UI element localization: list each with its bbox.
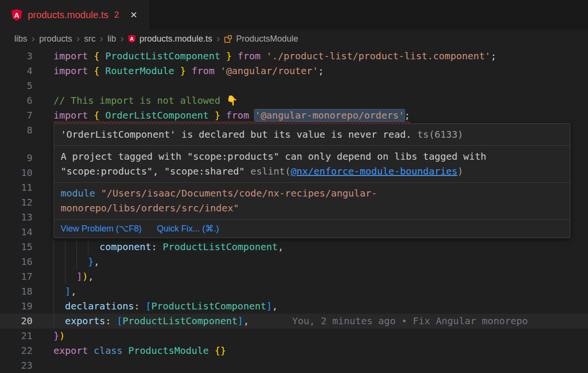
line-number[interactable]: 12 <box>0 195 32 210</box>
line-number[interactable]: 22 <box>0 343 32 358</box>
editor: 3import { ProductListComponent } from '.… <box>0 48 588 373</box>
hover-line: A project tagged with "scope:products" c… <box>61 149 563 164</box>
tab-products-module-ts[interactable]: products.module.ts 2 × <box>0 0 149 30</box>
line-content: import { ProductListComponent } from './… <box>53 49 496 64</box>
code-token: "/Users/isaac/Documents/code/nx-recipes/… <box>101 187 377 199</box>
breadcrumb-item-libs[interactable]: libs <box>14 34 27 44</box>
code-token: ) <box>82 271 88 282</box>
eslint-rule-link[interactable]: @nx/enforce-module-boundaries <box>291 165 458 177</box>
line-number[interactable]: 19 <box>0 299 32 314</box>
code-token: import <box>53 50 94 62</box>
breadcrumb-item-products-module-ts[interactable]: products.module.ts <box>128 34 212 44</box>
hover-actions: View Problem (⌥F8)Quick Fix... (⌘.) <box>54 219 570 238</box>
code-token: { <box>94 50 105 62</box>
code-token: } <box>220 50 237 62</box>
git-blame-annotation: You, 2 minutes ago • Fix Angular monorep… <box>292 315 528 327</box>
code-line-4[interactable]: 4import { RouterModule } from '@angular/… <box>0 64 588 78</box>
hover-line: 'OrderListComponent' is declared but its… <box>61 127 563 142</box>
code-token: {} <box>214 345 226 356</box>
code-line-22[interactable]: 22export class ProductsModule {} <box>0 343 588 358</box>
code-line-15[interactable]: 15 component: ProductListComponent, <box>0 240 588 254</box>
line-content: // This import is not allowed 👇 <box>53 93 238 108</box>
breadcrumb-item-products[interactable]: products <box>39 34 72 44</box>
line-content: ]), <box>53 269 94 284</box>
breadcrumb-item-lib[interactable]: lib <box>107 34 116 44</box>
code-token: { <box>94 65 105 77</box>
code-token: from <box>226 110 255 121</box>
breadcrumb-label: lib <box>107 34 116 44</box>
code-line-19[interactable]: 19 declarations: [ProductListComponent], <box>0 299 588 314</box>
code-token: A project tagged with "scope:products" c… <box>61 151 486 162</box>
code-token: from <box>237 50 266 62</box>
code-token: { <box>94 110 105 121</box>
line-content: }, <box>53 254 99 269</box>
code-token: , <box>94 256 99 267</box>
code-token: ts(6133) <box>412 129 463 140</box>
quick-fix-action[interactable]: Quick Fix... (⌘.) <box>157 222 219 235</box>
angular-icon <box>11 9 22 21</box>
breadcrumb-item-src[interactable]: src <box>84 34 96 44</box>
line-number[interactable]: 6 <box>0 93 32 108</box>
line-content: ], <box>53 284 76 299</box>
breadcrumb-separator: › <box>120 33 124 44</box>
breadcrumb-label: products <box>39 34 72 44</box>
breadcrumb-item-productsmodule[interactable]: ProductsModule <box>224 34 298 44</box>
class-symbol-icon <box>224 35 232 43</box>
pointing-down-emoji: 👇 <box>226 95 238 106</box>
code-line-18[interactable]: 18 ], <box>0 284 588 299</box>
code-token: , <box>272 300 278 312</box>
hover-section-3: module "/Users/isaac/Documents/code/nx-r… <box>54 182 570 219</box>
line-number[interactable]: 13 <box>0 210 32 225</box>
line-number[interactable]: 9 <box>0 151 32 165</box>
code-token: RouterModule <box>105 65 174 77</box>
code-token: export <box>53 345 94 356</box>
code-token: , <box>88 271 94 282</box>
code-line-21[interactable]: 21}) <box>0 329 588 343</box>
hover-sections: 'OrderListComponent' is declared but its… <box>54 124 570 219</box>
close-icon[interactable]: × <box>130 9 137 21</box>
line-number[interactable]: 16 <box>0 254 32 269</box>
code-line-23[interactable]: 23 <box>0 358 588 373</box>
line-number[interactable]: 3 <box>0 49 32 64</box>
line-number[interactable]: 10 <box>0 165 32 180</box>
breadcrumb-separator: › <box>216 33 220 44</box>
code-line-16[interactable]: 16 }, <box>0 254 588 269</box>
line-number[interactable]: 23 <box>0 358 32 373</box>
indent-guides <box>53 269 76 284</box>
line-number[interactable]: 14 <box>0 225 32 240</box>
line-content: declarations: [ProductListComponent], <box>53 299 278 314</box>
line-number[interactable]: 18 <box>0 284 32 299</box>
code-token: ProductsModule <box>128 345 215 356</box>
code-line-3[interactable]: 3import { ProductListComponent } from '.… <box>0 49 588 64</box>
breadcrumb-label: src <box>84 34 96 44</box>
line-content: import { RouterModule } from '@angular/r… <box>53 64 324 78</box>
code-line-5[interactable]: 5 <box>0 78 588 93</box>
code-token: ] <box>65 285 71 297</box>
code-token: ProductListComponent <box>151 300 267 312</box>
code-token: monorepo/libs/orders/src/index" <box>61 202 239 214</box>
line-content: }) <box>53 329 65 343</box>
line-number[interactable]: 20 <box>0 314 32 329</box>
line-number[interactable]: 21 <box>0 329 32 343</box>
breadcrumb-label: ProductsModule <box>236 34 298 44</box>
line-number[interactable]: 5 <box>0 78 32 93</box>
line-number[interactable]: 17 <box>0 269 32 284</box>
line-content: export class ProductsModule {} <box>53 343 226 358</box>
view-problem-action[interactable]: View Problem (⌥F8) <box>61 222 141 235</box>
code-line-17[interactable]: 17 ]), <box>0 269 588 284</box>
code-line-20[interactable]: 20 exports: [ProductListComponent],You, … <box>0 314 588 329</box>
code-token: ; <box>491 50 496 62</box>
code-token: ; <box>405 110 410 121</box>
code-token: // This import is not allowed <box>53 95 226 106</box>
code-token: './product-list/product-list.component' <box>267 50 491 62</box>
code-line-6[interactable]: 6// This import is not allowed 👇 <box>0 93 588 108</box>
line-number[interactable]: 4 <box>0 64 32 78</box>
line-number[interactable]: 11 <box>0 180 32 195</box>
indent-guides <box>53 254 88 269</box>
line-number[interactable]: 7 <box>0 108 32 123</box>
indent-guides <box>53 284 65 299</box>
code-line-7[interactable]: 7import { OrderListComponent } from '@an… <box>0 108 588 123</box>
breadcrumb-separator: › <box>76 33 80 44</box>
line-number[interactable]: 8 <box>0 123 32 138</box>
line-number[interactable]: 15 <box>0 240 32 254</box>
